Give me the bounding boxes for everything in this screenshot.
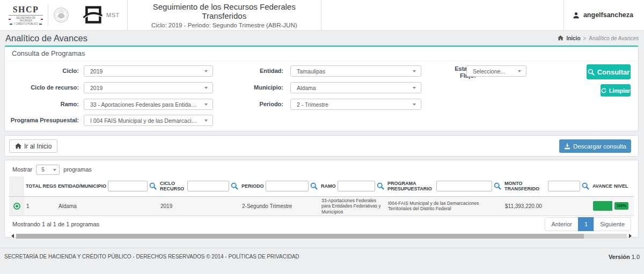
col-monto-transferido: MONTO TRANSFERIDO [503,176,591,196]
chevron-down-icon [413,70,416,72]
cell-entidad-municipio: Aldama [56,196,158,216]
entidad-filter-input[interactable] [108,181,148,191]
col-total-regs: TOTAL REGS [24,176,56,196]
breadcrumb-home[interactable]: Inicio [566,35,580,41]
header-divider [48,4,48,26]
ciclo-recurso-label: Ciclo de recurso: [5,82,79,93]
nivel-badge: 100% [614,202,628,210]
pagination-page-1[interactable]: 1 [578,217,594,231]
periodo-filter-input[interactable] [266,181,309,191]
search-icon[interactable] [310,182,318,190]
footer-version: Versión 1.0 [609,254,640,274]
download-icon [564,143,570,150]
mst-label: MST [106,12,120,18]
ciclo-label: Ciclo: [5,65,79,77]
monto-filter-input[interactable] [548,181,580,191]
scrollbar-thumb[interactable] [16,234,584,239]
col-programa-presupuestario: PROGRAMA PRESUPUESTARIO [386,176,503,196]
municipio-select[interactable]: Aldama [290,82,421,93]
cell-avance [591,196,612,216]
cell-nivel: 100% [612,196,634,216]
table-footer: Mostrando 1 al 1 de 1 programas Anterior… [9,217,634,231]
results-panel: Mostrar 5 programas TOTAL REGS ENTIDAD/M… [4,160,639,238]
ciclo-select[interactable]: 2019 [84,65,213,77]
col-nivel: NIVEL [612,176,634,196]
col-ciclo-recurso: CICLO RECURSO [158,176,240,196]
cell-total-regs: 1 [24,196,56,216]
programa-label: Programa Presupuestal: [5,115,79,126]
toolbar-panel: Ir al Inicio Descargar consulta [4,135,639,157]
chevron-down-icon [204,87,208,89]
programas-label: programas [63,166,92,173]
ramo-filter-input[interactable] [338,181,376,191]
pagination: Anterior 1 Siguiente [545,217,631,231]
breadcrumb: Inicio > Analítico de Avances [558,35,639,41]
refresh-icon [601,88,606,93]
horizontal-scrollbar[interactable] [9,233,634,239]
search-icon[interactable] [582,182,589,190]
entidad-label: Entidad: [214,65,283,77]
ir-al-inicio-button[interactable]: Ir al Inicio [9,139,57,153]
results-table: TOTAL REGS ENTIDAD/MUNICIPIO CICLO RECUR… [9,176,634,216]
periodo-select[interactable]: 2 - Trimestre [290,99,421,110]
app-title-block: Seguimiento de los Recursos Federales Tr… [128,2,321,28]
username: angelfsancheza [583,11,633,19]
pagination-next[interactable]: Siguiente [594,217,631,231]
shcp-acronym: SHCP [9,5,43,16]
cell-periodo: 2-Segundo Trimestre [240,196,319,216]
scroll-right-icon[interactable] [629,234,632,238]
filters-heading: Consulta de Programas [5,47,638,61]
estatus-flujo-select[interactable]: Seleccione... [466,65,526,77]
ciclo-recurso-select[interactable]: 2019 [84,82,213,93]
search-icon[interactable] [231,182,238,190]
mostrar-label: Mostrar [12,166,32,173]
search-icon[interactable] [377,182,384,190]
row-select-cell [9,196,24,216]
chevron-down-icon [204,103,208,106]
breadcrumb-separator: > [583,35,587,41]
version-label: Versión [609,254,630,260]
programa-select[interactable]: I 004 FAIS Municipal y de las Demarcacio… [84,115,213,126]
app-root: SHCP SECRETARÍA DE HACIENDA Y CRÉDITO PÚ… [0,0,644,274]
scroll-left-icon[interactable] [11,234,14,238]
search-icon [588,69,595,76]
pagination-prev[interactable]: Anterior [545,217,579,231]
cell-ramo: 33-Aportaciones Federales para Entidades… [319,196,386,216]
mexico-seal-icon [53,7,69,23]
chevron-down-icon [204,120,208,122]
programa-filter-input[interactable] [436,181,492,191]
home-icon [15,143,21,149]
ciclo-filter-input[interactable] [187,181,229,191]
chevron-down-icon [518,70,521,72]
col-ramo: RAMO [319,176,386,196]
filters-panel: Consulta de Programas Ciclo: 2019 Ciclo … [4,46,639,131]
flag-red-bar [41,19,43,20]
limpiar-button[interactable]: Limpiar [601,84,631,97]
header: SHCP SECRETARÍA DE HACIENDA Y CRÉDITO PÚ… [0,0,644,31]
user-menu[interactable]: angelfsancheza [564,0,644,31]
titlebar: Analítico de Avances Inicio > Analítico … [0,31,644,46]
page-size-select[interactable]: 5 [36,165,60,175]
scrollbar-track[interactable] [16,234,627,239]
col-entidad-municipio: ENTIDAD/MUNICIPIO [56,176,158,196]
app-subtitle: Ciclo: 2019 - Periodo: Segundo Trimestre… [132,22,317,28]
chevron-down-icon [53,169,56,171]
search-icon[interactable] [494,182,501,190]
page-size-row: Mostrar 5 programas [9,164,634,175]
search-icon[interactable] [149,182,157,190]
footer: SECRETARÍA DE HACIENDA Y CRÉDITO PÚBLICO… [0,248,644,274]
page-title: Analítico de Avances [5,33,87,43]
col-periodo: PERIODO [240,176,319,196]
home-icon [558,35,564,41]
shcp-caption: SECRETARÍA DE HACIENDA Y CRÉDITO PÚBLICO [9,17,43,25]
app-title: Seguimiento de los Recursos Federales Tr… [132,2,317,20]
row-radio-selected[interactable] [13,203,20,210]
entidad-select[interactable]: Tamaulipas [290,65,421,77]
ramo-select[interactable]: 33 - Aportaciones Federales para Entidad… [84,99,213,110]
shcp-logo: SHCP SECRETARÍA DE HACIENDA Y CRÉDITO PÚ… [9,5,43,25]
descargar-consulta-button[interactable]: Descargar consulta [559,139,631,153]
cell-monto-transferido: $11,393,220.00 [503,196,591,216]
version-value: 1.0 [632,254,640,260]
consultar-button[interactable]: Consultar [587,64,631,79]
cell-ciclo-recurso: 2019 [158,196,240,216]
